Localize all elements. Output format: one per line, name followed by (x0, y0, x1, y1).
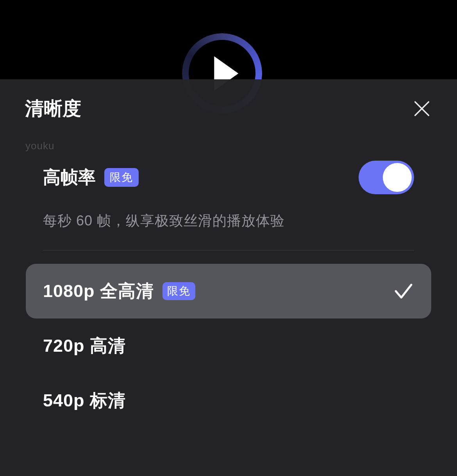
option-label: 540p 标清 (43, 389, 126, 412)
close-icon (412, 98, 432, 119)
high-framerate-row: 高帧率 限免 (43, 161, 414, 194)
high-framerate-label-group: 高帧率 限免 (43, 166, 139, 189)
check-icon (392, 280, 414, 302)
high-framerate-label: 高帧率 (43, 166, 96, 189)
option-left: 540p 标清 (43, 389, 126, 412)
high-framerate-description: 每秒 60 帧，纵享极致丝滑的播放体验 (43, 211, 414, 231)
quality-options-list: 1080p 全高清 限免 720p 高清 540p 标清 (26, 264, 431, 428)
quality-sheet: 清晰度 youku 高帧率 限免 每秒 60 帧，纵享极致丝滑的播放体验 (0, 79, 457, 476)
quality-option-1080p[interactable]: 1080p 全高清 限免 (26, 264, 431, 319)
close-button[interactable] (412, 98, 432, 119)
sheet-body: 高帧率 限免 每秒 60 帧，纵享极致丝滑的播放体验 1080p 全高清 限免 (0, 138, 457, 428)
quality-option-540p[interactable]: 540p 标清 (26, 373, 431, 428)
option-left: 720p 高清 (43, 334, 126, 358)
option-left: 1080p 全高清 限免 (43, 279, 195, 303)
watermark-text: youku (25, 140, 54, 152)
high-framerate-toggle[interactable] (359, 161, 414, 194)
sheet-title: 清晰度 (25, 96, 81, 121)
option-label: 720p 高清 (43, 334, 126, 358)
quality-option-720p[interactable]: 720p 高清 (26, 319, 431, 373)
option-label: 1080p 全高清 (43, 279, 154, 303)
limited-free-badge: 限免 (162, 282, 195, 300)
limited-free-badge: 限免 (104, 168, 139, 187)
toggle-knob-icon (383, 163, 412, 192)
sheet-header: 清晰度 (0, 79, 457, 138)
high-framerate-section: 高帧率 限免 每秒 60 帧，纵享极致丝滑的播放体验 (43, 161, 414, 251)
